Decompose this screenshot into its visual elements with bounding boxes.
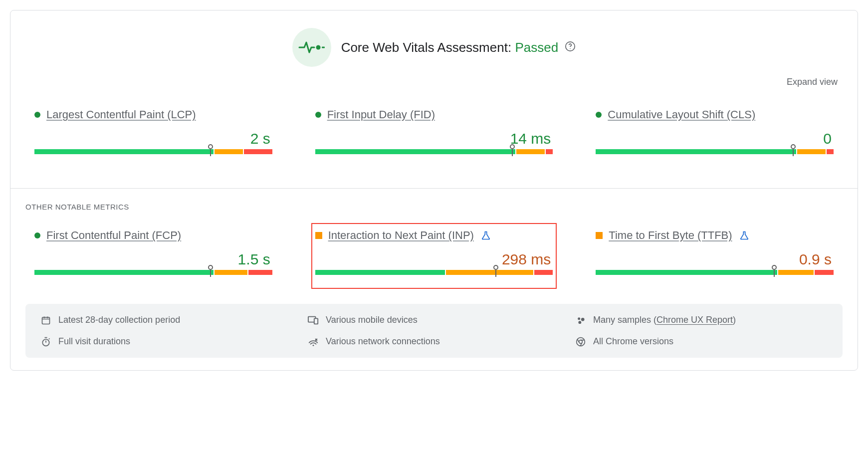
segment-poor bbox=[534, 270, 553, 275]
footer-samples-text: Many samples (Chrome UX Report) bbox=[593, 315, 736, 325]
cwv-card: Core Web Vitals Assessment: Passed Expan… bbox=[10, 10, 858, 371]
percentile-marker bbox=[208, 265, 213, 270]
calendar-icon bbox=[40, 315, 51, 325]
svg-point-9 bbox=[578, 321, 581, 324]
metric-value: 0 bbox=[596, 130, 834, 147]
metric-value: 14 ms bbox=[315, 130, 553, 147]
svg-point-8 bbox=[581, 318, 585, 321]
metric-fid: First Input Delay (FID)14 ms bbox=[311, 102, 557, 168]
segment-needs-improvement bbox=[446, 270, 533, 275]
svg-point-11 bbox=[313, 344, 314, 346]
status-dot-good bbox=[34, 232, 40, 238]
metric-lcp: Largest Contentful Paint (LCP)2 s bbox=[30, 102, 276, 168]
footer-period: Latest 28-day collection period bbox=[40, 315, 293, 325]
header: Core Web Vitals Assessment: Passed bbox=[25, 20, 843, 72]
flask-icon bbox=[481, 230, 491, 240]
percentile-marker bbox=[791, 144, 796, 149]
vitals-pulse-icon bbox=[292, 28, 331, 67]
distribution-bar bbox=[315, 270, 553, 280]
svg-rect-4 bbox=[42, 317, 50, 324]
metric-name-row: Cumulative Layout Shift (CLS) bbox=[596, 108, 834, 121]
status-dot-good bbox=[34, 112, 40, 118]
segment-good bbox=[34, 149, 214, 154]
metric-name-row: First Input Delay (FID) bbox=[315, 108, 553, 121]
distribution-bar bbox=[596, 270, 834, 280]
segment-poor bbox=[827, 149, 834, 154]
segment-poor bbox=[546, 149, 553, 154]
metric-cls: Cumulative Layout Shift (CLS)0 bbox=[592, 102, 838, 168]
percentile-marker bbox=[772, 265, 777, 270]
segment-poor bbox=[815, 270, 834, 275]
segment-good bbox=[596, 149, 796, 154]
percentile-marker bbox=[510, 144, 515, 149]
footer-network: Various network connections bbox=[308, 336, 560, 347]
chrome-icon bbox=[575, 337, 586, 347]
metric-name-row: First Contentful Paint (FCP) bbox=[34, 229, 272, 242]
footer-devices-text: Various mobile devices bbox=[326, 315, 418, 325]
segment-needs-improvement bbox=[778, 270, 814, 275]
divider bbox=[10, 188, 858, 189]
status-dot-good bbox=[596, 112, 602, 118]
svg-point-3 bbox=[570, 48, 571, 49]
section-label: OTHER NOTABLE METRICS bbox=[25, 199, 843, 223]
stopwatch-icon bbox=[40, 337, 51, 347]
segment-good bbox=[596, 270, 777, 275]
percentile-marker bbox=[208, 144, 213, 149]
distribution-bar bbox=[34, 270, 272, 280]
footer-versions: All Chrome versions bbox=[575, 336, 828, 347]
status-square-avg bbox=[596, 232, 603, 239]
help-icon[interactable] bbox=[565, 41, 576, 52]
crux-report-link[interactable]: Chrome UX Report bbox=[656, 315, 733, 325]
footer-durations-text: Full visit durations bbox=[58, 336, 130, 347]
metric-name-link[interactable]: Cumulative Layout Shift (CLS) bbox=[608, 108, 755, 121]
flask-icon bbox=[739, 230, 749, 240]
status-dot-good bbox=[315, 112, 321, 118]
status-square-avg bbox=[315, 232, 322, 239]
segment-good bbox=[34, 270, 214, 275]
metric-fcp: First Contentful Paint (FCP)1.5 s bbox=[30, 223, 276, 289]
distribution-bar bbox=[315, 149, 553, 159]
footer-samples: Many samples (Chrome UX Report) bbox=[575, 315, 828, 325]
footer-network-text: Various network connections bbox=[326, 336, 440, 347]
distribution-bar bbox=[596, 149, 834, 159]
footer-durations: Full visit durations bbox=[40, 336, 293, 347]
metric-inp: Interaction to Next Paint (INP)298 ms bbox=[311, 223, 557, 289]
metric-name-link[interactable]: Largest Contentful Paint (LCP) bbox=[46, 108, 196, 121]
segment-needs-improvement bbox=[215, 149, 243, 154]
segment-good bbox=[315, 149, 516, 154]
segment-good bbox=[315, 270, 445, 275]
expand-view-link[interactable]: Expand view bbox=[787, 77, 838, 87]
svg-rect-6 bbox=[314, 318, 318, 324]
footer: Latest 28-day collection period Various … bbox=[25, 304, 843, 358]
distribution-bar bbox=[34, 149, 272, 159]
footer-versions-text: All Chrome versions bbox=[593, 336, 673, 347]
assessment-title: Core Web Vitals Assessment: Passed bbox=[341, 40, 576, 55]
metric-name-link[interactable]: First Contentful Paint (FCP) bbox=[46, 229, 181, 242]
svg-point-7 bbox=[578, 317, 580, 320]
metric-name-row: Time to First Byte (TTFB) bbox=[596, 229, 834, 242]
percentile-marker bbox=[493, 265, 498, 270]
metric-name-row: Interaction to Next Paint (INP) bbox=[315, 229, 553, 242]
footer-period-text: Latest 28-day collection period bbox=[58, 315, 180, 325]
metric-ttfb: Time to First Byte (TTFB)0.9 s bbox=[592, 223, 838, 289]
metric-name-link[interactable]: Time to First Byte (TTFB) bbox=[609, 229, 732, 242]
samples-icon bbox=[575, 315, 586, 325]
assessment-title-prefix: Core Web Vitals Assessment: bbox=[341, 40, 512, 55]
metric-name-link[interactable]: Interaction to Next Paint (INP) bbox=[328, 229, 474, 242]
devices-icon bbox=[308, 315, 319, 325]
metric-value: 1.5 s bbox=[34, 251, 272, 268]
segment-needs-improvement bbox=[797, 149, 826, 154]
metric-name-row: Largest Contentful Paint (LCP) bbox=[34, 108, 272, 121]
metric-value: 2 s bbox=[34, 130, 272, 147]
network-icon bbox=[308, 337, 319, 347]
metric-value: 298 ms bbox=[315, 251, 553, 268]
expand-view-row: Expand view bbox=[25, 72, 843, 102]
metric-name-link[interactable]: First Input Delay (FID) bbox=[327, 108, 435, 121]
core-metrics-grid: Largest Contentful Paint (LCP)2 sFirst I… bbox=[25, 102, 843, 168]
segment-needs-improvement bbox=[516, 149, 545, 154]
svg-point-0 bbox=[316, 45, 320, 50]
other-metrics-grid: First Contentful Paint (FCP)1.5 sInterac… bbox=[25, 223, 843, 289]
segment-poor bbox=[244, 149, 272, 154]
segment-poor bbox=[248, 270, 272, 275]
svg-rect-1 bbox=[322, 47, 325, 48]
